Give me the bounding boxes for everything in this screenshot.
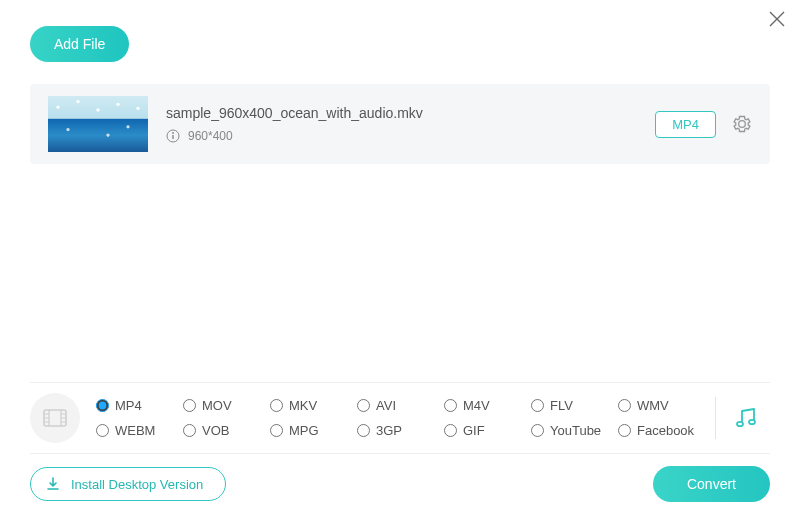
format-option-3gp[interactable]: 3GP <box>357 423 438 438</box>
format-label: AVI <box>376 398 396 413</box>
format-option-mkv[interactable]: MKV <box>270 398 351 413</box>
format-radio[interactable] <box>96 399 109 412</box>
format-label: MOV <box>202 398 232 413</box>
format-label: WMV <box>637 398 669 413</box>
format-option-mp4[interactable]: MP4 <box>96 398 177 413</box>
audio-mode-icon[interactable] <box>732 403 770 433</box>
format-panel: MP4MOVMKVAVIM4VFLVWMVWEBMVOBMPG3GPGIFYou… <box>30 382 770 454</box>
format-option-vob[interactable]: VOB <box>183 423 264 438</box>
format-radio[interactable] <box>444 399 457 412</box>
file-name-label: sample_960x400_ocean_with_audio.mkv <box>166 105 655 121</box>
svg-point-13 <box>749 420 755 424</box>
install-desktop-button[interactable]: Install Desktop Version <box>30 467 226 501</box>
format-radio[interactable] <box>96 424 109 437</box>
format-option-youtube[interactable]: YouTube <box>531 423 612 438</box>
download-icon <box>45 476 61 492</box>
format-label: M4V <box>463 398 490 413</box>
format-radio[interactable] <box>183 424 196 437</box>
format-radio[interactable] <box>270 424 283 437</box>
format-label: MP4 <box>115 398 142 413</box>
format-label: WEBM <box>115 423 155 438</box>
info-icon[interactable] <box>166 129 180 143</box>
format-option-mpg[interactable]: MPG <box>270 423 351 438</box>
gear-icon[interactable] <box>732 114 752 134</box>
format-radio[interactable] <box>357 399 370 412</box>
format-radio[interactable] <box>357 424 370 437</box>
video-thumbnail[interactable] <box>48 96 148 152</box>
format-label: MKV <box>289 398 317 413</box>
format-label: MPG <box>289 423 319 438</box>
install-label: Install Desktop Version <box>71 477 203 492</box>
format-radio[interactable] <box>531 399 544 412</box>
format-option-m4v[interactable]: M4V <box>444 398 525 413</box>
format-label: YouTube <box>550 423 601 438</box>
output-format-button[interactable]: MP4 <box>655 111 716 138</box>
format-option-mov[interactable]: MOV <box>183 398 264 413</box>
format-label: GIF <box>463 423 485 438</box>
resolution-label: 960*400 <box>188 129 233 143</box>
format-option-gif[interactable]: GIF <box>444 423 525 438</box>
format-radio[interactable] <box>183 399 196 412</box>
format-option-webm[interactable]: WEBM <box>96 423 177 438</box>
format-radio[interactable] <box>270 399 283 412</box>
format-label: 3GP <box>376 423 402 438</box>
file-row: sample_960x400_ocean_with_audio.mkv 960*… <box>30 84 770 164</box>
format-label: VOB <box>202 423 229 438</box>
divider <box>715 397 716 439</box>
video-mode-icon[interactable] <box>30 393 80 443</box>
format-option-facebook[interactable]: Facebook <box>618 423 699 438</box>
format-option-wmv[interactable]: WMV <box>618 398 699 413</box>
close-icon[interactable] <box>768 10 786 28</box>
format-radio[interactable] <box>618 399 631 412</box>
format-radio[interactable] <box>531 424 544 437</box>
format-label: Facebook <box>637 423 694 438</box>
add-file-button[interactable]: Add File <box>30 26 129 62</box>
format-option-avi[interactable]: AVI <box>357 398 438 413</box>
format-option-flv[interactable]: FLV <box>531 398 612 413</box>
format-radio[interactable] <box>618 424 631 437</box>
format-label: FLV <box>550 398 573 413</box>
convert-button[interactable]: Convert <box>653 466 770 502</box>
svg-rect-2 <box>172 135 173 139</box>
format-radio[interactable] <box>444 424 457 437</box>
svg-point-1 <box>172 132 174 134</box>
svg-point-12 <box>737 422 743 426</box>
